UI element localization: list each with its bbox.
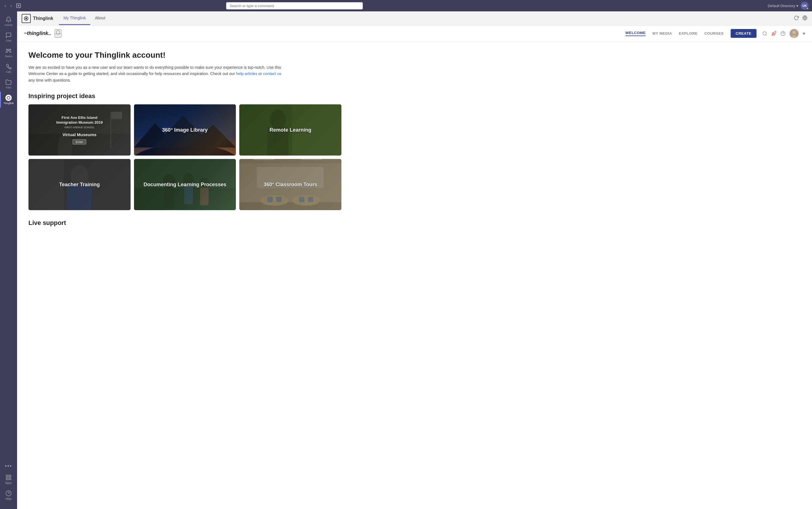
card-label-remote: Remote Learning xyxy=(265,127,316,133)
rocket-icon xyxy=(771,31,776,36)
sidebar-item-calls[interactable]: Calls xyxy=(0,61,17,76)
nav-link-welcome[interactable]: WELCOME xyxy=(625,31,646,36)
rocket-button[interactable] xyxy=(771,31,776,36)
phone-icon xyxy=(5,63,12,70)
app-logo: Thinglink xyxy=(22,14,53,23)
svg-rect-6 xyxy=(6,478,8,480)
svg-point-19 xyxy=(792,31,796,34)
card-label-museum: Virtual Museums xyxy=(62,132,96,137)
chat-icon xyxy=(5,32,12,38)
refresh-button[interactable] xyxy=(794,15,799,21)
user-dropdown-button[interactable]: ▾ xyxy=(803,30,805,37)
card-label-360lib: 360° Image Library xyxy=(158,127,212,133)
apps-icon xyxy=(5,474,12,481)
sidebar-item-thinglink[interactable]: Thinglink xyxy=(0,92,17,107)
sidebar-item-more[interactable]: ••• xyxy=(0,461,17,472)
titlebar-right: Default Directory ▾ UK xyxy=(768,2,809,10)
live-support-title: Live support xyxy=(28,219,347,227)
forward-button[interactable]: › xyxy=(9,2,13,9)
directory-button[interactable]: Default Directory ▾ xyxy=(768,4,798,8)
app-topbar: Thinglink My Thinglink About xyxy=(17,11,812,26)
app-topbar-right xyxy=(794,15,807,21)
inner-frame: ~thinglink.. WELCOME MY MEDIA EXPLORE CO… xyxy=(17,26,812,509)
card-label-classroom: 360° Classroom Tours xyxy=(259,182,322,188)
app-area: Thinglink My Thinglink About ~thinglink.… xyxy=(17,11,812,509)
sidebar-item-activity[interactable]: Activity xyxy=(0,14,17,29)
card-label-documenting: Documenting Learning Processes xyxy=(139,182,231,188)
svg-rect-7 xyxy=(9,478,11,480)
bell-icon xyxy=(5,16,12,23)
thinglink-logo-icon xyxy=(22,14,31,23)
user-face-icon xyxy=(789,29,799,38)
refresh-icon xyxy=(794,15,799,21)
card-label-teacher: Teacher Training xyxy=(55,182,104,188)
sidebar-item-files[interactable]: Files xyxy=(0,76,17,92)
tl-nav-icons: ▾ xyxy=(762,29,805,38)
svg-point-1 xyxy=(8,49,9,51)
nav-link-explore[interactable]: EXPLORE xyxy=(679,31,697,36)
user-avatar[interactable] xyxy=(789,29,799,38)
titlebar-search xyxy=(226,2,363,9)
sidebar-item-chat[interactable]: Chat xyxy=(0,29,17,45)
svg-point-2 xyxy=(10,49,11,50)
project-card-virtual-museums[interactable]: First Ave Ellis IslandImmigration Museum… xyxy=(28,104,131,156)
question-icon xyxy=(780,31,785,36)
search-input[interactable] xyxy=(226,2,363,9)
help-articles-link[interactable]: help articles xyxy=(236,71,258,76)
welcome-title: Welcome to your Thinglink account! xyxy=(28,50,347,60)
svg-rect-4 xyxy=(6,475,8,477)
svg-point-3 xyxy=(6,49,7,50)
titlebar-nav: ‹ › xyxy=(3,2,22,9)
card-overlay-remote: Remote Learning xyxy=(239,104,342,156)
project-card-documenting[interactable]: Documenting Learning Processes xyxy=(134,159,236,210)
sidebar: Activity Chat Teams Calls Files Thinglin… xyxy=(0,11,17,509)
globe-button[interactable] xyxy=(802,15,807,21)
search-nav-button[interactable] xyxy=(762,31,767,36)
sidebar-item-teams[interactable]: Teams xyxy=(0,45,17,61)
card-overlay-classroom: 360° Classroom Tours xyxy=(239,159,342,210)
tl-nav: ~thinglink.. WELCOME MY MEDIA EXPLORE CO… xyxy=(17,26,812,41)
project-grid: First Ave Ellis IslandImmigration Museum… xyxy=(28,104,342,210)
create-button[interactable]: CREATE xyxy=(730,29,756,38)
svg-rect-5 xyxy=(9,475,11,477)
card-overlay-museum: First Ave Ellis IslandImmigration Museum… xyxy=(28,104,131,156)
card-enter-museum: Enter xyxy=(72,139,86,144)
project-card-classroom-tours[interactable]: 360° Classroom Tours xyxy=(239,159,342,210)
chevron-down-icon: ▾ xyxy=(803,30,805,37)
museum-school: FIRST AVENUE SCHOOL xyxy=(56,126,103,129)
sidebar-item-apps[interactable]: Apps xyxy=(0,472,17,487)
svg-point-11 xyxy=(26,18,27,19)
project-card-360-library[interactable]: 360° Image Library xyxy=(134,104,236,156)
svg-line-15 xyxy=(766,34,767,35)
back-button[interactable]: ‹ xyxy=(3,2,7,9)
bell-button[interactable] xyxy=(55,29,61,37)
sidebar-more-section: ••• Apps Help xyxy=(0,461,17,507)
svg-point-14 xyxy=(763,32,766,35)
svg-point-8 xyxy=(6,491,11,496)
card-overlay-documenting: Documenting Learning Processes xyxy=(134,159,236,210)
project-card-teacher-training[interactable]: Teacher Training xyxy=(28,159,131,210)
avatar[interactable]: UK xyxy=(801,2,809,10)
welcome-text: We are so excited to have you as a new u… xyxy=(28,64,285,83)
help-circle-icon xyxy=(5,490,12,497)
sidebar-item-help[interactable]: Help xyxy=(0,487,17,503)
thinglink-sidebar-icon xyxy=(5,95,12,101)
tab-about[interactable]: About xyxy=(90,12,110,25)
card-overlay-360lib: 360° Image Library xyxy=(134,104,236,156)
main-layout: Activity Chat Teams Calls Files Thinglin… xyxy=(0,11,812,509)
compose-button[interactable] xyxy=(15,2,22,9)
titlebar: ‹ › Default Directory ▾ UK xyxy=(0,0,812,11)
nav-link-courses[interactable]: COURSES xyxy=(705,31,724,36)
search-icon xyxy=(762,31,767,36)
nav-link-my-media[interactable]: MY MEDIA xyxy=(652,31,672,36)
tab-my-thinglink[interactable]: My Thinglink xyxy=(59,12,90,25)
help-nav-button[interactable] xyxy=(780,31,785,36)
folder-icon xyxy=(5,79,12,85)
app-tabs: My Thinglink About xyxy=(59,12,110,25)
card-overlay-teacher: Teacher Training xyxy=(28,159,131,210)
contact-us-link[interactable]: contact us xyxy=(263,71,281,76)
projects-section-title: Inspiring project ideas xyxy=(28,93,347,100)
globe-icon xyxy=(802,15,807,21)
notification-icon xyxy=(55,30,61,36)
project-card-remote-learning[interactable]: Remote Learning xyxy=(239,104,342,156)
